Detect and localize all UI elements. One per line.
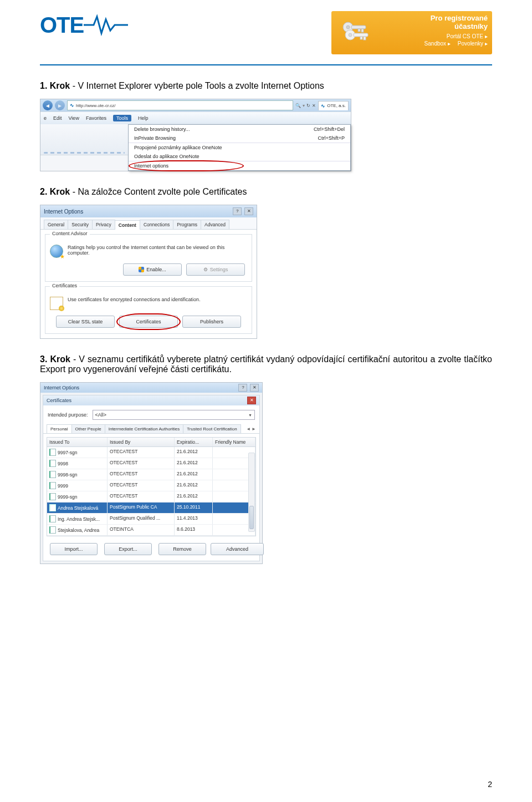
- cert-bottom-buttons: Import... Export... Remove Advanced: [43, 540, 259, 561]
- certificate-icon: [50, 297, 63, 310]
- url-field[interactable]: ∿ http://www.ote-cr.cz/: [67, 100, 293, 110]
- menu-edit[interactable]: Edit: [53, 115, 62, 121]
- cert-row[interactable]: Andrea StejskalováPostSignum Public CA25…: [47, 502, 255, 514]
- tab-programs[interactable]: Programs: [173, 220, 201, 229]
- close-button[interactable]: ✕: [244, 207, 253, 215]
- cert-issued-to: 9997-sgn: [58, 450, 77, 455]
- chevron-right-icon: ▸: [485, 33, 488, 39]
- dd-delete-history[interactable]: Delete browsing history...Ctrl+Shift+Del: [129, 125, 350, 134]
- dialog-titlebar: Internet Options ? ✕: [40, 205, 257, 217]
- page-header: OTE Pro regis: [40, 11, 492, 54]
- advanced-button[interactable]: Advanced: [211, 543, 264, 555]
- menu-view[interactable]: View: [69, 115, 79, 121]
- content-advisor-title: Content Advisor: [50, 231, 90, 236]
- cert-tabs: Personal Other People Intermediate Certi…: [43, 422, 259, 434]
- tab-other-people[interactable]: Other People: [71, 424, 105, 433]
- intended-purpose-row: Intended purpose: <All> ▼: [43, 405, 259, 422]
- banner-link-povolenky[interactable]: Povolenky: [458, 40, 483, 47]
- cert-row[interactable]: 9999-sgnOTECATEST21.6.2012: [47, 491, 255, 502]
- step-1-text: - V Internet Explorer vyberte pole Tools…: [70, 81, 324, 90]
- svg-rect-2: [351, 26, 366, 29]
- forward-button[interactable]: ►: [55, 100, 65, 110]
- dd-onenote-send[interactable]: Odeslat do aplikace OneNote: [129, 152, 350, 161]
- menu-e[interactable]: e: [44, 115, 47, 121]
- cert-issued-by: PostSignum Public CA: [108, 502, 175, 513]
- cert-expiration: 25.10.2011: [175, 502, 213, 513]
- certificates-button[interactable]: Certificates: [119, 316, 178, 328]
- tab-content[interactable]: Content: [115, 220, 140, 230]
- enable-button[interactable]: Enable...: [123, 263, 182, 276]
- ote-favicon-icon: ∿: [321, 103, 325, 109]
- ie-address-bar: ◄ ► ∿ http://www.ote-cr.cz/ 🔍 ▾ ↻ ✕ ∿ OT…: [40, 99, 351, 111]
- dd-inprivate[interactable]: InPrivate BrowsingCtrl+Shift+P: [129, 134, 350, 143]
- export-button[interactable]: Export...: [104, 543, 152, 555]
- banner-link-portal[interactable]: Portál CS OTE: [447, 33, 483, 39]
- svg-rect-4: [358, 29, 360, 32]
- cert-row[interactable]: Stejskalova, AndreaOTEINTCA8.6.2013: [47, 525, 255, 536]
- banner-text: Pro registrované účastníky Portál CS OTE…: [378, 11, 492, 54]
- cert-row[interactable]: 9998OTECATEST21.6.2012: [47, 458, 255, 469]
- banner-title-1: Pro registrované: [431, 14, 488, 22]
- stop-icon[interactable]: ✕: [312, 103, 316, 108]
- back-button[interactable]: ◄: [43, 100, 53, 110]
- close-button[interactable]: ✕: [247, 397, 256, 404]
- publishers-button[interactable]: Publishers: [182, 316, 241, 328]
- tools-dropdown: Delete browsing history...Ctrl+Shift+Del…: [128, 124, 351, 171]
- refresh-icon[interactable]: ↻: [306, 103, 310, 108]
- tabs-scroll-right[interactable]: ►: [252, 427, 256, 432]
- cert-icon: [49, 515, 56, 522]
- chevron-down-icon: ▼: [248, 413, 252, 417]
- tab-advanced[interactable]: Advanced: [201, 220, 229, 229]
- purpose-select[interactable]: <All> ▼: [93, 410, 255, 420]
- clear-ssl-button[interactable]: Clear SSL state: [56, 316, 115, 328]
- cert-expiration: 21.6.2012: [175, 480, 213, 491]
- options-tabs: General Security Privacy Content Connect…: [40, 217, 257, 230]
- browser-tab[interactable]: ∿ OTE, a.s.: [318, 101, 349, 110]
- cert-row[interactable]: 9997-sgnOTECATEST21.6.2012: [47, 447, 255, 458]
- col-issued-to[interactable]: Issued To: [47, 438, 108, 446]
- help-button[interactable]: ?: [238, 384, 247, 392]
- tab-general[interactable]: General: [44, 220, 68, 229]
- tabs-scroll-left[interactable]: ◄: [246, 427, 250, 432]
- remove-button[interactable]: Remove: [158, 543, 206, 555]
- menu-tools[interactable]: Tools: [113, 115, 131, 121]
- cert-issued-by: OTECATEST: [108, 447, 175, 458]
- scrollbar-thumb[interactable]: [249, 506, 254, 529]
- banner-link-sandbox[interactable]: Sandbox: [424, 40, 446, 47]
- cert-expiration: 21.6.2012: [175, 491, 213, 502]
- tab-personal[interactable]: Personal: [47, 424, 72, 433]
- cert-row[interactable]: 9999OTECATEST21.6.2012: [47, 480, 255, 491]
- member-banner: Pro registrované účastníky Portál CS OTE…: [331, 11, 492, 54]
- tab-privacy[interactable]: Privacy: [92, 220, 115, 229]
- certificates-group: Certificates Use certificates for encryp…: [45, 286, 252, 334]
- step-1-bold: 1. Krok: [40, 81, 70, 90]
- tab-trusted-root[interactable]: Trusted Root Certification: [183, 424, 241, 433]
- cert-issued-by: OTECATEST: [108, 480, 175, 491]
- col-expiration[interactable]: Expiratio...: [175, 438, 213, 446]
- tab-security[interactable]: Security: [68, 220, 93, 229]
- tab-connections[interactable]: Connections: [140, 220, 173, 229]
- inner-titlebar: Certificates ✕: [43, 395, 259, 405]
- dd-onenote-linked[interactable]: Propojené poznámky aplikace OneNote: [129, 143, 350, 152]
- col-friendly-name[interactable]: Friendly Name: [213, 438, 255, 446]
- cert-row[interactable]: Ing. Andrea Stejsk...PostSignum Qualifie…: [47, 514, 255, 525]
- certificates-text: Use certificates for encrypted connectio…: [68, 297, 247, 302]
- import-button[interactable]: Import...: [50, 543, 98, 555]
- cert-row[interactable]: 9998-sgnOTECATEST21.6.2012: [47, 469, 255, 480]
- cert-issued-by: OTECATEST: [108, 469, 175, 480]
- logo-text: OTE: [40, 13, 84, 38]
- list-scrollbar[interactable]: [248, 453, 255, 532]
- col-issued-by[interactable]: Issued By: [108, 438, 175, 446]
- svg-rect-8: [364, 37, 366, 40]
- content-advisor-text: Ratings help you control the Internet co…: [68, 245, 247, 256]
- cert-issued-by: PostSignum Qualified ...: [108, 514, 175, 524]
- help-button[interactable]: ?: [233, 207, 242, 215]
- cert-issued-by: OTEINTCA: [108, 525, 175, 535]
- search-icon[interactable]: 🔍: [295, 103, 301, 108]
- tab-intermediate-ca[interactable]: Intermediate Certification Authorities: [105, 424, 184, 433]
- content-advisor-group: Content Advisor ★ Ratings help you contr…: [45, 234, 252, 282]
- menu-help[interactable]: Help: [138, 115, 149, 121]
- menu-favorites[interactable]: Favorites: [86, 115, 106, 121]
- dd-internet-options[interactable]: Internet options: [129, 161, 350, 170]
- close-button[interactable]: ✕: [250, 384, 259, 392]
